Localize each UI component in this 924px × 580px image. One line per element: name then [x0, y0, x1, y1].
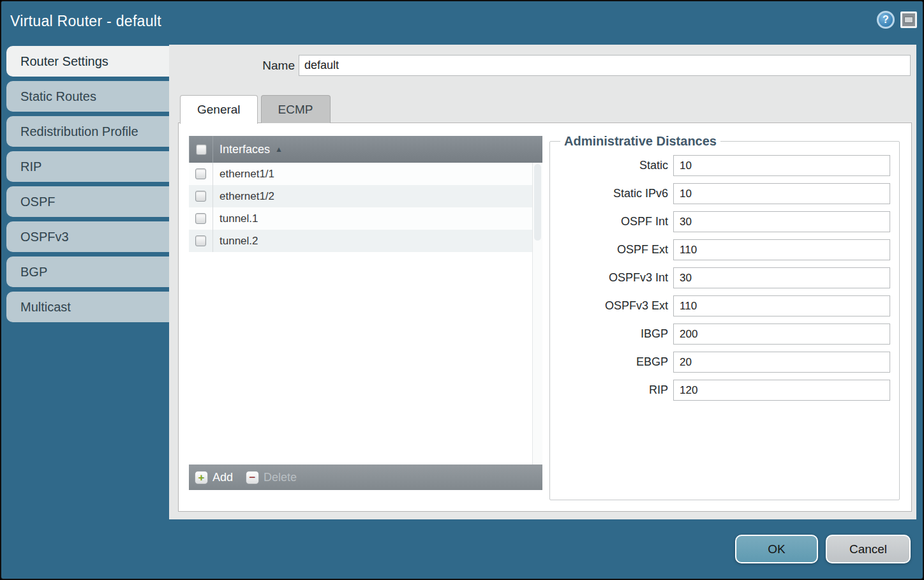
admin-distance-row: OSPFv3 Int [556, 267, 891, 288]
dialog-title: Virtual Router - default [10, 13, 161, 30]
admin-distance-label: OSPF Ext [556, 243, 668, 257]
sidebar-item-rip[interactable]: RIP [6, 151, 169, 182]
interfaces-table-toolbar: + Add − Delete [189, 465, 542, 490]
sidebar-item-label: Redistribution Profile [20, 124, 138, 138]
admin-distance-row: RIP [556, 380, 891, 401]
help-icon[interactable]: ? [877, 11, 895, 29]
general-tab-content: Interfaces ▲ ethernet1/1 [178, 123, 912, 512]
interface-name: tunnel.1 [220, 212, 258, 225]
admin-distance-row: IBGP [556, 323, 891, 345]
interface-name: ethernet1/1 [220, 168, 274, 181]
table-scrollbar-thumb[interactable] [534, 164, 541, 241]
ospfv3-ext-distance-input[interactable] [673, 295, 890, 316]
header-checkbox-cell [189, 136, 213, 163]
interface-row[interactable]: ethernet1/1 [189, 163, 532, 185]
titlebar: Virtual Router - default ? [1, 1, 923, 43]
sidebar-item-label: OSPF [20, 195, 55, 209]
sidebar-item-label: Static Routes [20, 89, 96, 103]
delete-button[interactable]: − Delete [246, 471, 297, 484]
sidebar-item-bgp[interactable]: BGP [6, 257, 169, 287]
sidebar-item-ospf[interactable]: OSPF [6, 186, 169, 217]
row-checkbox-cell [189, 163, 213, 185]
row-checkbox-cell [189, 185, 213, 207]
ebgp-distance-input[interactable] [673, 352, 890, 373]
admin-distance-row: Static IPv6 [556, 183, 891, 204]
admin-distance-label: EBGP [556, 355, 668, 369]
tab-general[interactable]: General [180, 95, 258, 124]
sidebar: Router Settings Static Routes Redistribu… [6, 46, 169, 322]
interface-row-checkbox[interactable] [195, 213, 206, 224]
admin-distance-label: OSPFv3 Int [556, 271, 668, 285]
main-panel: Name General ECMP Interfaces ▲ [169, 45, 916, 519]
plus-icon: + [195, 471, 208, 484]
ibgp-distance-input[interactable] [673, 323, 890, 345]
interface-name: tunnel.2 [220, 235, 258, 248]
row-checkbox-cell [189, 207, 213, 230]
administrative-distances-legend: Administrative Distances [560, 134, 720, 149]
admin-distance-label: RIP [556, 383, 668, 397]
interface-row-checkbox[interactable] [195, 191, 206, 202]
interface-name: ethernet1/2 [220, 190, 274, 203]
ospf-int-distance-input[interactable] [673, 211, 890, 232]
admin-distance-label: IBGP [556, 327, 668, 341]
interfaces-table-body: ethernet1/1 ethernet1/2 [189, 163, 532, 465]
admin-distance-row: Static [556, 155, 891, 176]
interface-row[interactable]: tunnel.2 [189, 230, 532, 252]
name-input[interactable] [299, 55, 911, 76]
admin-distance-label: Static IPv6 [556, 187, 668, 200]
sidebar-item-label: Multicast [20, 300, 71, 314]
maximize-window-icon[interactable] [900, 11, 917, 28]
sidebar-item-label: RIP [20, 160, 41, 174]
admin-distance-row: OSPF Int [556, 211, 891, 232]
add-button[interactable]: + Add [195, 471, 233, 484]
sidebar-item-label: BGP [20, 265, 47, 279]
sidebar-item-static-routes[interactable]: Static Routes [6, 81, 169, 112]
cancel-button[interactable]: Cancel [826, 535, 911, 563]
admin-distance-row: OSPFv3 Ext [556, 295, 891, 316]
name-row: Name [169, 55, 916, 76]
admin-distance-row: OSPF Ext [556, 239, 891, 260]
static-ipv6-distance-input[interactable] [673, 183, 890, 204]
table-scrollbar[interactable] [532, 163, 542, 465]
tab-bar: General ECMP [180, 94, 331, 123]
static-distance-input[interactable] [673, 155, 890, 176]
interfaces-column-header[interactable]: Interfaces [220, 143, 270, 156]
name-label: Name [169, 55, 295, 76]
sidebar-item-redistribution-profile[interactable]: Redistribution Profile [6, 116, 169, 147]
row-checkbox-cell [189, 230, 213, 252]
rip-distance-input[interactable] [673, 380, 890, 401]
ospf-ext-distance-input[interactable] [673, 239, 890, 260]
interface-row-checkbox[interactable] [195, 235, 206, 246]
admin-distance-label: Static [556, 159, 668, 172]
add-button-label: Add [212, 471, 233, 484]
minus-icon: − [246, 471, 259, 484]
sidebar-item-ospfv3[interactable]: OSPFv3 [6, 221, 169, 252]
admin-distance-label: OSPF Int [556, 215, 668, 228]
ospfv3-int-distance-input[interactable] [673, 267, 890, 288]
sidebar-item-label: OSPFv3 [20, 230, 69, 244]
sidebar-item-router-settings[interactable]: Router Settings [6, 46, 169, 77]
tab-ecmp[interactable]: ECMP [261, 95, 331, 123]
interface-row[interactable]: tunnel.1 [189, 207, 532, 230]
admin-distance-row: EBGP [556, 352, 891, 373]
virtual-router-dialog: Virtual Router - default ? Router Settin… [0, 0, 924, 580]
administrative-distances-fieldset: Administrative Distances Static Static I… [549, 134, 900, 500]
delete-button-label: Delete [264, 471, 297, 484]
interfaces-table-header[interactable]: Interfaces ▲ [189, 136, 542, 163]
sidebar-item-multicast[interactable]: Multicast [6, 292, 169, 322]
select-all-checkbox[interactable] [196, 144, 207, 155]
interfaces-table: Interfaces ▲ ethernet1/1 [189, 136, 542, 490]
sidebar-item-label: Router Settings [20, 54, 108, 68]
interface-row-checkbox[interactable] [195, 168, 206, 179]
sort-ascending-icon: ▲ [275, 145, 283, 154]
ok-button[interactable]: OK [735, 535, 818, 563]
interface-row[interactable]: ethernet1/2 [189, 185, 532, 207]
admin-distance-label: OSPFv3 Ext [556, 299, 668, 313]
